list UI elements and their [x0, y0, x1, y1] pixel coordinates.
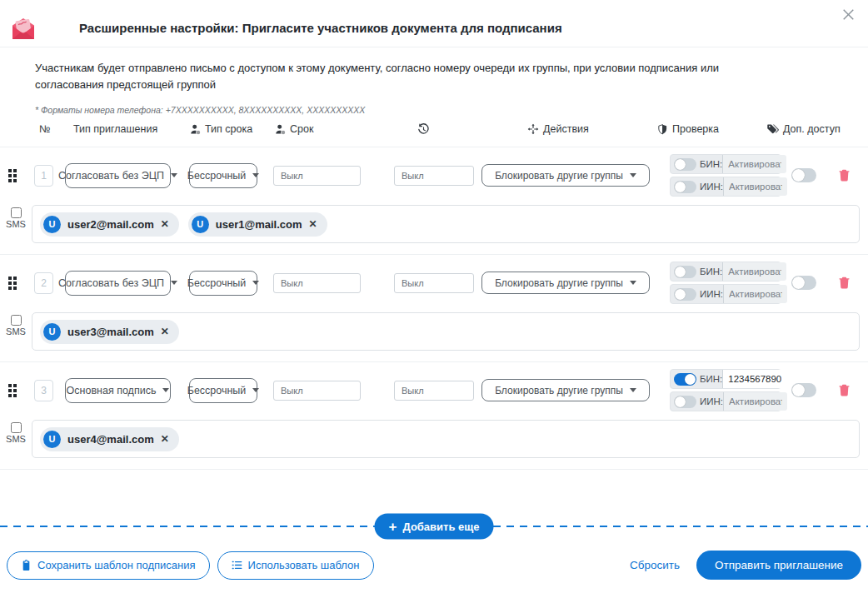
iin-toggle[interactable]: [674, 288, 696, 301]
email-chips-container[interactable]: U user4@mail.com ✕: [32, 420, 860, 458]
user-clock-icon: [190, 124, 201, 135]
bin-row: БИН:: [670, 154, 781, 174]
term-input-1[interactable]: [273, 166, 361, 186]
term-input-2[interactable]: [394, 273, 474, 293]
chevron-down-icon: [252, 388, 259, 392]
drag-handle[interactable]: [8, 169, 17, 182]
term-type-dropdown[interactable]: Бессрочный: [189, 163, 257, 188]
bin-input[interactable]: [722, 155, 786, 173]
add-more-button[interactable]: + Добавить еще: [375, 514, 494, 540]
actions-dropdown[interactable]: Блокировать другие группы: [481, 164, 650, 187]
chevron-down-icon: [171, 173, 177, 177]
group-1-controls: 1 Согласовать без ЭЦП Бессрочный Блокиро…: [0, 147, 868, 203]
remove-email-icon[interactable]: ✕: [161, 218, 169, 230]
group-1-recipients: SMS U user2@mail.com ✕ U user1@mail.com …: [0, 203, 868, 254]
iin-row: ИИН:: [670, 284, 781, 304]
col-number: №: [39, 123, 50, 135]
group-2-controls: 2 Согласовать без ЭЦП Бессрочный Блокиро…: [0, 255, 868, 311]
bin-row: БИН:: [670, 262, 781, 282]
email-chips-container[interactable]: U user2@mail.com ✕ U user1@mail.com ✕: [32, 205, 860, 243]
iin-row: ИИН:: [670, 391, 781, 411]
iin-input[interactable]: [723, 392, 787, 411]
bin-toggle[interactable]: [674, 158, 696, 171]
invitation-type-dropdown[interactable]: Согласовать без ЭЦП: [65, 163, 171, 188]
extra-access-toggle[interactable]: [791, 383, 816, 397]
term-input-1[interactable]: [273, 273, 361, 293]
chevron-down-icon: [162, 388, 169, 392]
iin-input[interactable]: [723, 177, 787, 196]
term-input-2[interactable]: [394, 381, 474, 401]
close-icon[interactable]: [839, 5, 858, 27]
sms-checkbox[interactable]: [11, 207, 22, 218]
avatar: U: [43, 431, 61, 448]
move-arrows-icon: [527, 123, 539, 135]
tags-icon: [767, 123, 779, 135]
email-chip: U user2@mail.com ✕: [40, 212, 179, 237]
participant-group-2: 2 Согласовать без ЭЦП Бессрочный Блокиро…: [0, 255, 868, 362]
email-chips-container[interactable]: U user3@mail.com ✕: [32, 312, 860, 351]
group-3-controls: 3 Основная подпись Бессрочный Блокироват…: [0, 362, 868, 418]
chevron-down-icon: [630, 281, 636, 285]
bin-toggle[interactable]: [674, 373, 696, 386]
bin-input[interactable]: [722, 370, 786, 388]
chevron-down-icon: [171, 281, 177, 285]
actions-dropdown[interactable]: Блокировать другие группы: [481, 272, 650, 294]
save-template-button[interactable]: Сохранить шаблон подписания: [7, 551, 210, 580]
add-more-divider: + Добавить еще: [0, 526, 868, 527]
modal-description: Участникам будет отправлено письмо с дос…: [0, 47, 837, 93]
avatar: U: [43, 216, 61, 233]
email-chip: U user4@mail.com ✕: [40, 427, 179, 451]
sms-checkbox[interactable]: [11, 422, 22, 433]
email-chip: U user1@mail.com ✕: [188, 212, 327, 237]
reset-button[interactable]: Сбросить: [630, 559, 680, 571]
modal-footer: Сохранить шаблон подписания Использовать…: [0, 551, 868, 580]
delete-group-button[interactable]: [838, 168, 851, 182]
invitation-type-dropdown[interactable]: Основная подпись: [65, 378, 171, 403]
sms-checkbox[interactable]: [11, 315, 22, 326]
remove-email-icon[interactable]: ✕: [309, 218, 317, 230]
group-2-recipients: SMS U user3@mail.com ✕: [0, 311, 868, 361]
phone-formats-note: * Форматы номера телефона: +7XXXXXXXXXX,…: [35, 105, 868, 115]
iin-row: ИИН:: [670, 177, 781, 197]
modal-header: Расширенные настройки: Пригласите участн…: [0, 0, 868, 47]
delete-group-button[interactable]: [838, 383, 851, 397]
user-clock-icon: [275, 124, 286, 135]
list-icon: [232, 560, 242, 571]
chevron-down-icon: [252, 173, 259, 177]
actions-dropdown[interactable]: Блокировать другие группы: [481, 379, 650, 401]
avatar: U: [43, 323, 61, 341]
col-invitation-type: Тип приглашения: [73, 123, 157, 135]
invitation-type-dropdown[interactable]: Согласовать без ЭЦП: [65, 271, 171, 296]
col-verification: Проверка: [657, 123, 719, 135]
iin-toggle[interactable]: [674, 396, 696, 408]
remove-email-icon[interactable]: ✕: [161, 326, 169, 337]
drag-handle[interactable]: [8, 277, 17, 290]
group-3-recipients: SMS U user4@mail.com ✕: [0, 418, 868, 469]
col-actions: Действия: [527, 123, 589, 135]
page-title: Расширенные настройки: Пригласите участн…: [79, 21, 562, 35]
term-type-dropdown[interactable]: Бессрочный: [189, 378, 257, 403]
bin-toggle[interactable]: [674, 266, 696, 278]
extra-access-toggle[interactable]: [791, 276, 816, 290]
iin-input[interactable]: [723, 285, 787, 303]
col-term: Срок: [275, 123, 313, 135]
group-number: 3: [34, 380, 53, 401]
remove-email-icon[interactable]: ✕: [161, 433, 169, 445]
extra-access-toggle[interactable]: [791, 168, 816, 182]
avatar: U: [192, 216, 209, 233]
send-invitation-button[interactable]: Отправить приглашение: [696, 551, 861, 580]
delete-group-button[interactable]: [838, 276, 851, 290]
verification-panel: БИН: ИИН:: [670, 154, 781, 197]
term-type-dropdown[interactable]: Бессрочный: [189, 271, 257, 296]
term-input-2[interactable]: [394, 166, 474, 186]
history-icon: [417, 123, 430, 136]
trash-icon: [838, 276, 851, 290]
bin-input[interactable]: [722, 262, 786, 281]
term-input-1[interactable]: [273, 381, 361, 401]
iin-toggle[interactable]: [674, 181, 696, 193]
use-template-button[interactable]: Использовать шаблон: [217, 551, 374, 580]
drag-handle[interactable]: [8, 384, 17, 397]
email-chip: U user3@mail.com ✕: [40, 320, 179, 344]
envelope-signature-icon: [10, 16, 37, 41]
group-number: 2: [34, 272, 53, 294]
